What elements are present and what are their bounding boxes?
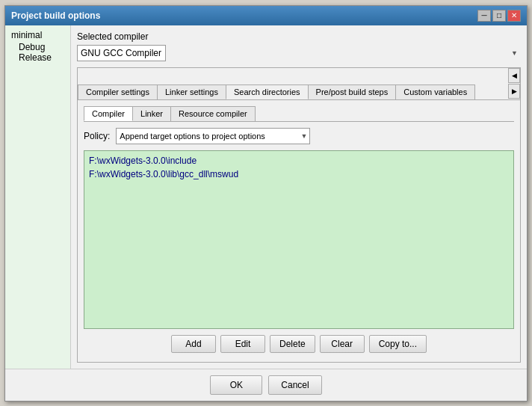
maximize-button[interactable]: □ bbox=[492, 10, 506, 22]
inner-tab-resource-compiler[interactable]: Resource compiler bbox=[170, 106, 256, 121]
policy-row: Policy: Append target options to project… bbox=[84, 128, 514, 144]
window-content: minimal Debug Release Selected compiler … bbox=[5, 25, 527, 369]
policy-select-wrapper: Append target options to project options bbox=[116, 128, 310, 144]
policy-select[interactable]: Append target options to project options bbox=[116, 128, 310, 144]
main-area: Selected compiler GNU GCC Compiler Compi… bbox=[71, 25, 527, 369]
footer: OK Cancel bbox=[5, 369, 527, 401]
clear-button[interactable]: Clear bbox=[320, 335, 365, 353]
main-window: Project build options ─ □ ✕ minimal Debu… bbox=[4, 5, 528, 402]
title-bar-buttons: ─ □ ✕ bbox=[477, 10, 521, 22]
ok-button[interactable]: OK bbox=[210, 375, 262, 395]
tab-search-directories[interactable]: Search directories bbox=[226, 84, 309, 99]
tab-scroll-left-button[interactable]: ◀ bbox=[508, 68, 520, 83]
tab-linker-settings[interactable]: Linker settings bbox=[157, 84, 226, 99]
policy-label: Policy: bbox=[84, 131, 110, 141]
sidebar-item-release[interactable]: Release bbox=[8, 52, 67, 63]
title-bar: Project build options ─ □ ✕ bbox=[5, 6, 527, 25]
paths-list-area: F:\wxWidgets-3.0.0\include F:\wxWidgets-… bbox=[84, 150, 514, 329]
compiler-label: Selected compiler bbox=[77, 31, 521, 42]
window-title: Project build options bbox=[11, 10, 100, 21]
tab-scroll-area: Compiler settings Linker settings Search… bbox=[78, 84, 508, 99]
tab-scroll-controls: ◀ ▶ bbox=[508, 68, 520, 99]
add-button[interactable]: Add bbox=[171, 335, 216, 353]
cancel-button[interactable]: Cancel bbox=[268, 375, 321, 395]
compiler-select-row: GNU GCC Compiler bbox=[77, 45, 521, 61]
compiler-select[interactable]: GNU GCC Compiler bbox=[77, 45, 166, 61]
inner-tab-linker[interactable]: Linker bbox=[132, 106, 171, 121]
minimize-button[interactable]: ─ bbox=[477, 10, 491, 22]
tab-pre-post-build[interactable]: Pre/post build steps bbox=[308, 84, 397, 99]
compiler-select-wrapper: GNU GCC Compiler bbox=[77, 45, 521, 61]
inner-tab-bar: Compiler Linker Resource compiler bbox=[84, 106, 514, 122]
tab-content-area: Compiler Linker Resource compiler Policy… bbox=[78, 100, 520, 362]
action-buttons-row: Add Edit Delete Clear Copy to... bbox=[84, 329, 514, 356]
copy-to-button[interactable]: Copy to... bbox=[369, 335, 427, 353]
outer-tabs-panel: Compiler settings Linker settings Search… bbox=[77, 67, 521, 363]
sidebar-item-minimal[interactable]: minimal bbox=[8, 28, 67, 42]
sidebar: minimal Debug Release bbox=[5, 25, 71, 369]
tab-scroll-right-button[interactable]: ▶ bbox=[508, 84, 520, 99]
path-item-1: F:\wxWidgets-3.0.0\lib\gcc_dll\mswud bbox=[87, 167, 510, 182]
tab-compiler-settings[interactable]: Compiler settings bbox=[78, 84, 158, 99]
tab-custom-variables[interactable]: Custom variables bbox=[395, 84, 475, 99]
sidebar-item-debug[interactable]: Debug bbox=[8, 42, 67, 52]
inner-tab-compiler[interactable]: Compiler bbox=[84, 106, 133, 121]
edit-button[interactable]: Edit bbox=[220, 335, 265, 353]
delete-button[interactable]: Delete bbox=[270, 335, 315, 353]
close-button[interactable]: ✕ bbox=[507, 10, 521, 22]
outer-tab-bar: Compiler settings Linker settings Search… bbox=[78, 68, 520, 100]
path-item-0: F:\wxWidgets-3.0.0\include bbox=[87, 154, 510, 168]
